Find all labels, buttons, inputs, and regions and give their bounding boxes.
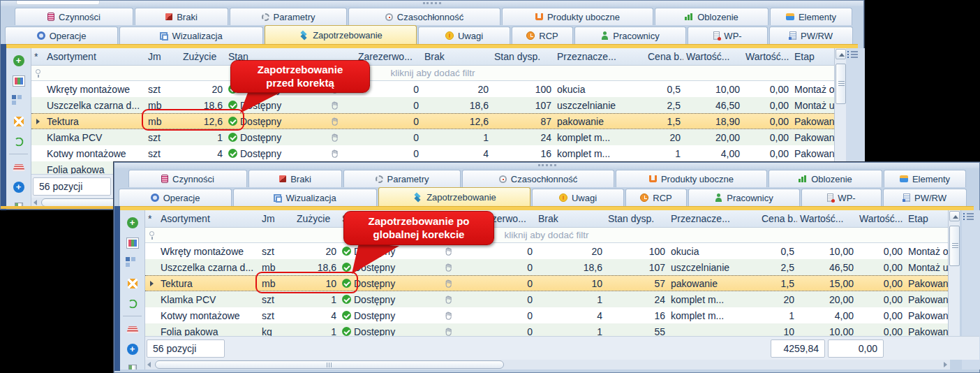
sidebar-button-add-blue-icon[interactable]: [125, 342, 140, 357]
tab-wp[interactable]: WP-: [688, 27, 768, 44]
tab-braki[interactable]: Braki: [135, 8, 228, 25]
tab-czasoch-onno[interactable]: Czasochłonność: [462, 170, 614, 187]
column-header-wartosc[interactable]: Wartość...: [797, 210, 856, 227]
scroll-right-arrow-icon[interactable]: [944, 362, 947, 367]
tab-pw-rw[interactable]: PW/RW: [769, 27, 853, 44]
sidebar-button-layout-blocks-icon[interactable]: [11, 94, 27, 109]
scroll-left-arrow-icon[interactable]: [147, 362, 151, 367]
column-header-przeznaczenie[interactable]: Przeznacze...: [668, 210, 759, 227]
cell-t: [315, 129, 355, 145]
tab-elementy[interactable]: Elementy: [884, 170, 966, 187]
tab-rcp[interactable]: RCP: [512, 27, 573, 44]
scroll-left-arrow-icon[interactable]: [34, 200, 37, 205]
tab-elementy[interactable]: Elementy: [770, 8, 852, 25]
tab-pracownicy[interactable]: Pracownicy: [688, 189, 800, 206]
sidebar-button-color-grid-icon[interactable]: [11, 73, 27, 89]
tab-pw-rw[interactable]: PW/RW: [883, 189, 967, 206]
sidebar-button-color-grid-icon[interactable]: [125, 235, 140, 251]
column-header-asortyment[interactable]: Asortyment: [44, 48, 145, 65]
cell-wartosc2: 0,00: [743, 129, 792, 145]
column-header-jm[interactable]: Jm: [259, 210, 294, 227]
sidebar-button-layers-icon[interactable]: [11, 159, 27, 175]
tab-oblozenie[interactable]: Oblozenie: [655, 8, 769, 25]
column-header-brak[interactable]: Brak: [535, 210, 605, 227]
horizontal-scroll-thumb[interactable]: [155, 360, 504, 369]
table-row[interactable]: Folia pakowakg1Dostępny01551010,000,00Pa…: [145, 323, 948, 336]
column-header-zuzycie[interactable]: Zużycie: [180, 48, 225, 65]
column-header-indicator[interactable]: *: [145, 210, 158, 227]
column-header-wartosc2[interactable]: Wartość...: [743, 48, 792, 65]
sidebar-button-layers-icon[interactable]: [125, 321, 140, 337]
tab-wizualizacja[interactable]: Wizualizacja: [233, 189, 377, 206]
column-header-etap[interactable]: Etap: [905, 210, 948, 227]
scroll-up-button[interactable]: [949, 211, 960, 221]
vertical-scroll-thumb[interactable]: [949, 226, 960, 266]
tab-uwagi[interactable]: Uwagi: [418, 27, 510, 44]
grid-toolbar-sidebar: [6, 48, 31, 207]
sidebar-button-refresh-icon[interactable]: [125, 296, 140, 312]
table-row[interactable]: Kotwy montażoweszt4Dostępny0416komplet m…: [31, 145, 834, 161]
sidebar-button-add-blue-icon[interactable]: [11, 180, 27, 195]
column-header-przeznaczenie[interactable]: Przeznacze...: [554, 48, 645, 65]
tab-rcp[interactable]: RCP: [625, 189, 687, 206]
vertical-scrollbar[interactable]: [834, 48, 846, 174]
tab-pracownicy[interactable]: Pracownicy: [574, 27, 686, 44]
splitter-grip-icon[interactable]: [538, 164, 556, 166]
column-header-jm[interactable]: Jm: [145, 48, 180, 65]
column-header-wartosc2[interactable]: Wartość...: [856, 210, 905, 227]
tab-czynno-ci[interactable]: Czynności: [128, 170, 247, 187]
table-row[interactable]: Klamka PCVszt1Dostępny0124komplet m...20…: [31, 129, 834, 145]
column-header-cena[interactable]: Cena b...: [759, 210, 797, 227]
column-header-asortyment[interactable]: Asortyment: [158, 210, 259, 227]
scroll-up-button[interactable]: [836, 49, 846, 59]
filter-row[interactable]: kliknij aby dodać filtr: [145, 228, 948, 243]
row-indicator-icon[interactable]: [967, 213, 974, 214]
column-header-etap[interactable]: Etap: [792, 48, 834, 65]
splitter-grip-icon[interactable]: [423, 2, 441, 4]
tab-braki[interactable]: Braki: [248, 170, 342, 187]
column-header-cena[interactable]: Cena b...: [645, 48, 683, 65]
sidebar-button-add-record-icon[interactable]: [11, 53, 27, 68]
column-header-brak[interactable]: Brak: [422, 48, 491, 65]
tab-czynno-ci[interactable]: Czynności: [15, 8, 133, 25]
table-row[interactable]: Wkręty montażoweszt20Dostępny020100okuci…: [145, 243, 948, 259]
tab-zapotrzebowanie[interactable]: Zapotrzebowanie: [378, 187, 530, 206]
tab-operacje[interactable]: Operacje: [119, 189, 232, 206]
row-indicator-icon[interactable]: [851, 51, 858, 52]
table-row[interactable]: Klamka PCVszt1Dostępny0124komplet m...20…: [145, 291, 948, 307]
tab-wp[interactable]: WP-: [801, 189, 882, 206]
sidebar-button-add-column-icon[interactable]: [125, 362, 140, 370]
table-row[interactable]: Wkręty montażoweszt20Dostępny020100okuci…: [31, 81, 834, 97]
sidebar-button-layout-blocks-icon[interactable]: [125, 256, 140, 271]
horizontal-scrollbar[interactable]: [145, 360, 950, 370]
cell-jm: kg: [259, 323, 294, 336]
cell-cena: 2,5: [645, 97, 683, 113]
sidebar-button-expand-icon[interactable]: [11, 114, 27, 129]
cell-przeznaczenie: uszczelnianie: [554, 97, 645, 113]
tab-produkty-uboczne[interactable]: Produkty uboczne: [502, 8, 653, 25]
filter-hint[interactable]: kliknij aby dodać filtr: [31, 66, 834, 81]
filter-row[interactable]: kliknij aby dodać filtr: [31, 66, 834, 81]
sidebar-button-refresh-icon[interactable]: [11, 134, 27, 149]
column-header-indicator[interactable]: *: [31, 48, 44, 65]
table-row[interactable]: Kotwy montażoweszt4Dostępny0416komplet m…: [145, 307, 948, 323]
column-header-zuzycie[interactable]: Zużycie: [294, 210, 339, 227]
tab-produkty-uboczne[interactable]: Produkty uboczne: [616, 170, 767, 187]
column-header-stan_dysp[interactable]: Stan dysp.: [491, 48, 554, 65]
column-header-stan_dysp[interactable]: Stan dysp.: [605, 210, 668, 227]
tab-zapotrzebowanie[interactable]: Zapotrzebowanie: [265, 25, 417, 44]
window-top-strip: [114, 163, 979, 168]
tab-parametry[interactable]: Parametry: [230, 8, 347, 25]
tab-wizualizacja[interactable]: Wizualizacja: [119, 27, 263, 44]
tab-oblozenie[interactable]: Oblozenie: [769, 170, 882, 187]
cell-etap: Pakowanie: [792, 129, 834, 145]
vertical-scroll-thumb[interactable]: [836, 64, 846, 104]
tab-parametry[interactable]: Parametry: [343, 170, 461, 187]
column-header-wartosc[interactable]: Wartość...: [683, 48, 743, 65]
sidebar-button-expand-icon[interactable]: [125, 276, 140, 291]
tab-czasoch-onno[interactable]: Czasochłonność: [348, 8, 500, 25]
tab-uwagi[interactable]: Uwagi: [532, 189, 624, 206]
tab-operacje[interactable]: Operacje: [5, 27, 118, 44]
sidebar-button-add-record-icon[interactable]: [125, 215, 140, 231]
filter-hint[interactable]: kliknij aby dodać filtr: [145, 228, 948, 243]
